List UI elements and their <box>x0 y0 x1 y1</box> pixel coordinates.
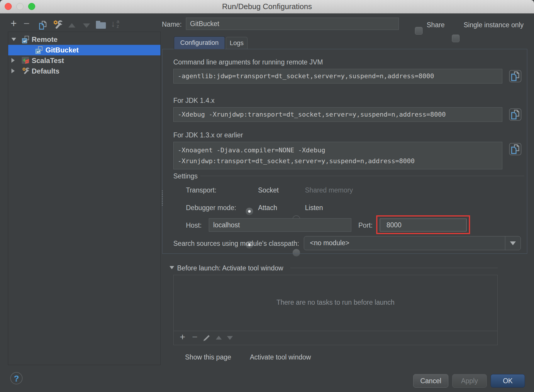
copy-icon <box>38 21 48 30</box>
add-task-button[interactable]: + <box>180 332 185 342</box>
activate-tool-window-label: Activate tool window <box>250 353 311 361</box>
help-button[interactable]: ? <box>10 372 23 384</box>
close-button[interactable] <box>5 3 12 10</box>
before-launch-header: Before launch: Activate tool window <box>177 264 283 272</box>
tab-logs[interactable]: Logs <box>226 37 247 49</box>
new-folder-button[interactable] <box>96 22 106 29</box>
configurations-tree: Remote GitBucket ScalaTest Def <box>8 32 161 365</box>
remove-task-button[interactable]: − <box>192 332 198 342</box>
add-configuration-button[interactable]: + <box>11 19 17 28</box>
sort-az-icon: az <box>116 19 119 29</box>
tab-configuration[interactable]: Configuration <box>174 36 225 49</box>
name-input[interactable]: GitBucket <box>186 18 399 30</box>
remove-configuration-button[interactable]: − <box>23 19 30 28</box>
wrench-icon <box>52 19 63 30</box>
before-launch-task-list: There are no tasks to run before launch <box>173 275 498 331</box>
window-title: Run/Debug Configurations <box>0 0 534 13</box>
tree-item-scalatest[interactable]: ScalaTest <box>8 55 160 66</box>
sort-arrow-icon: ↓ <box>111 19 115 28</box>
before-launch-toolbar: + − <box>173 331 498 345</box>
sort-configurations-button[interactable]: ↓ az <box>111 19 119 29</box>
share-checkbox[interactable] <box>415 27 423 35</box>
copy-configuration-button[interactable] <box>38 21 48 31</box>
remote-config-icon <box>35 46 43 54</box>
no-tasks-message: There are no tasks to run before launch <box>174 299 497 306</box>
before-launch-collapse-icon[interactable] <box>169 266 174 269</box>
move-task-down-button[interactable] <box>227 336 233 340</box>
single-instance-checkbox[interactable] <box>452 35 460 42</box>
tree-item-defaults[interactable]: Defaults <box>8 66 160 76</box>
show-this-page-label: Show this page <box>185 353 231 361</box>
move-task-up-button[interactable] <box>216 336 222 340</box>
move-up-button[interactable] <box>68 23 75 28</box>
title-bar: Run/Debug Configurations <box>0 0 534 13</box>
tree-item-gitbucket[interactable]: GitBucket <box>8 45 160 55</box>
cancel-button[interactable]: Cancel <box>413 374 448 388</box>
remote-config-icon <box>21 35 30 44</box>
single-instance-label: Single instance only <box>464 21 524 29</box>
chevron-down-icon[interactable] <box>11 38 16 41</box>
ok-button[interactable]: OK <box>491 374 525 388</box>
name-label: Name: <box>162 21 182 28</box>
before-launch-divider <box>290 268 498 268</box>
apply-button[interactable]: Apply <box>452 374 487 388</box>
chevron-right-icon[interactable] <box>11 69 15 73</box>
tree-item-remote[interactable]: Remote <box>8 34 160 45</box>
share-label: Share <box>427 21 445 29</box>
configuration-panel <box>162 49 527 254</box>
zoom-button[interactable] <box>28 3 35 10</box>
edit-task-button[interactable] <box>204 335 210 340</box>
wrench-icon <box>21 67 30 75</box>
chevron-right-icon[interactable] <box>11 58 15 63</box>
minimize-button[interactable] <box>16 3 23 10</box>
move-down-button[interactable] <box>83 23 90 28</box>
edit-defaults-button[interactable] <box>52 19 63 31</box>
scalatest-icon <box>21 57 30 65</box>
